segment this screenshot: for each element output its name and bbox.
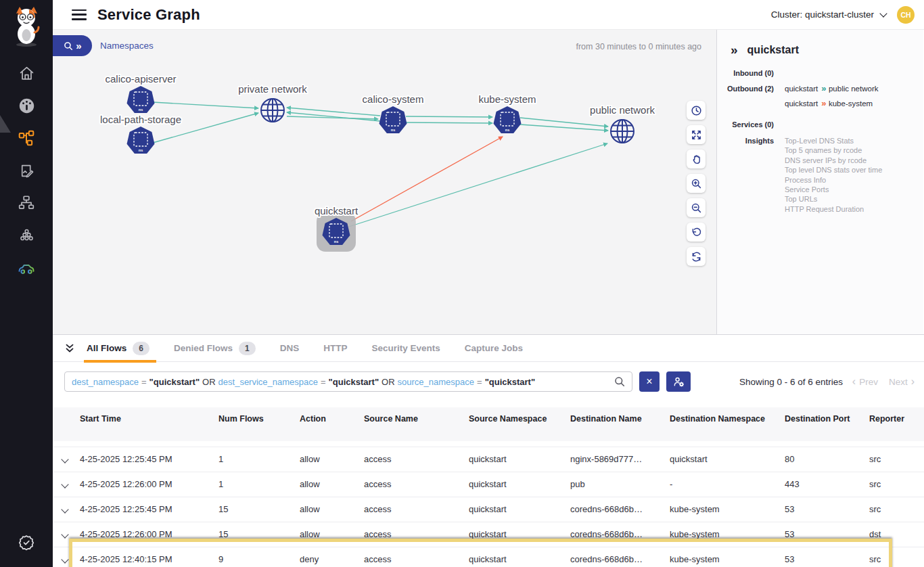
column-header[interactable]: Start Time — [74, 407, 213, 441]
sidebar-item-vehicle[interactable] — [0, 252, 53, 284]
flows-panel: All Flows6Denied Flows1DNSHTTPSecurity E… — [53, 334, 924, 567]
expand-row-chevron-icon[interactable] — [61, 555, 68, 563]
details-section-content — [774, 68, 785, 77]
column-header[interactable]: Num Flows — [213, 407, 294, 441]
outbound-flow-item[interactable]: quickstart»public network — [785, 84, 878, 93]
graph-node-local-path-storage[interactable]: nslocal-path-storage — [100, 114, 181, 154]
flow-cell: 4-25-2025 12:26:00 PM — [74, 472, 213, 497]
column-header[interactable]: Destination Port — [779, 407, 864, 441]
expand-row-chevron-icon[interactable] — [61, 455, 68, 463]
svg-text:ns: ns — [505, 128, 509, 132]
tab-http[interactable]: HTTP — [323, 335, 347, 362]
clear-filter-button[interactable]: × — [639, 371, 660, 392]
graph-edge-allow[interactable] — [349, 143, 607, 227]
filter-token-op: = — [141, 377, 147, 387]
insight-link[interactable]: Service Ports — [785, 185, 882, 194]
chevron-down-icon — [879, 9, 887, 17]
column-header[interactable]: Action — [294, 407, 359, 441]
column-header[interactable]: Source Namespace — [463, 407, 565, 441]
graph-node-label: calico-apiserver — [105, 73, 176, 85]
avatar[interactable]: CH — [897, 6, 915, 24]
collapse-panel-icon[interactable]: » — [731, 43, 737, 56]
flow-cell: quickstart — [463, 472, 565, 497]
time-range-button[interactable] — [687, 101, 706, 120]
zoom-out-button[interactable] — [687, 198, 706, 217]
fit-screen-button[interactable] — [687, 125, 706, 144]
undo-button[interactable] — [687, 223, 706, 242]
tab-label: Security Events — [371, 343, 440, 353]
details-title: quickstart — [747, 44, 799, 56]
insight-link[interactable]: DNS server IPs by rcode — [785, 156, 882, 165]
column-header[interactable]: Destination Name — [565, 407, 664, 441]
graph-node-public-network[interactable]: public network — [590, 104, 655, 143]
sidebar-item-home[interactable] — [0, 57, 53, 89]
flow-row[interactable]: 4-25-2025 12:26:00 PM1allowaccessquickst… — [53, 472, 924, 497]
search-icon[interactable] — [614, 376, 625, 387]
flow-source: quickstart — [785, 85, 818, 93]
graph-node-label: public network — [590, 104, 655, 116]
sidebar-item-network-topology[interactable] — [0, 187, 53, 219]
flow-cell: 53 — [779, 547, 864, 567]
service-graph-canvas[interactable]: nscalico-apiservernslocal-path-storagepr… — [53, 30, 717, 334]
insight-link[interactable]: Top URLs — [785, 194, 882, 204]
tab-denied-flows[interactable]: Denied Flows1 — [174, 335, 256, 362]
menu-toggle-button[interactable] — [72, 9, 87, 20]
graph-edge-allow[interactable] — [287, 108, 380, 116]
collapse-flows-icon[interactable] — [64, 342, 76, 355]
flow-cell: access — [359, 522, 463, 547]
flow-cell: 4-25-2025 12:25:45 PM — [74, 497, 213, 522]
flows-tabs-row: All Flows6Denied Flows1DNSHTTPSecurity E… — [53, 335, 924, 362]
insight-link[interactable]: Top-Level DNS Stats — [785, 136, 882, 145]
details-section-label: Services (0) — [726, 120, 774, 129]
calico-cat-logo[interactable] — [10, 5, 43, 47]
column-settings-button[interactable] — [666, 371, 691, 392]
column-header[interactable]: Source Name — [359, 407, 463, 441]
tab-capture-jobs[interactable]: Capture Jobs — [465, 335, 523, 362]
expand-row-chevron-icon[interactable] — [61, 505, 68, 513]
sidebar-nav — [0, 57, 53, 284]
tab-dns[interactable]: DNS — [280, 335, 300, 362]
graph-node-quickstart[interactable]: nsquickstart — [315, 205, 359, 252]
flow-cell: 53 — [779, 522, 864, 547]
zoom-in-button[interactable] — [687, 174, 706, 193]
prev-page-button[interactable]: ‹Prev — [852, 376, 878, 387]
graph-node-kube-system[interactable]: nskube-system — [478, 93, 536, 133]
sidebar-item-cluster[interactable] — [0, 219, 53, 252]
graph-edge-allow[interactable] — [153, 102, 258, 108]
column-header[interactable]: Destination Namespace — [664, 407, 779, 441]
tab-label: Denied Flows — [174, 343, 233, 353]
flow-destination: public network — [829, 85, 879, 93]
outbound-flow-item[interactable]: quickstart»kube-system — [785, 99, 878, 108]
sidebar-item-logs[interactable] — [0, 154, 53, 187]
expand-row-chevron-icon[interactable] — [61, 480, 68, 488]
insight-link[interactable]: HTTP Request Duration — [785, 204, 882, 214]
graph-node-calico-system[interactable]: nscalico-system — [363, 93, 424, 133]
tab-security-events[interactable]: Security Events — [371, 335, 440, 362]
graph-edge-deny[interactable] — [351, 137, 503, 221]
graph-node-calico-apiserver[interactable]: nscalico-apiserver — [105, 73, 176, 113]
graph-edge-allow[interactable] — [406, 116, 492, 117]
pan-hand-button[interactable] — [687, 150, 706, 168]
graph-node-label: private network — [238, 83, 307, 95]
breadcrumb[interactable]: Namespaces — [100, 41, 154, 51]
filter-token-field: dest_namespace — [72, 377, 139, 387]
flow-row[interactable]: 4-25-2025 12:25:45 PM1allowaccessquickst… — [53, 447, 924, 472]
expand-row-chevron-icon[interactable] — [61, 530, 68, 538]
refresh-button[interactable] — [687, 247, 706, 266]
filter-query-input[interactable]: dest_namespace="quickstart"ORdest_servic… — [64, 371, 632, 392]
details-section-inbound: Inbound (0) — [726, 68, 914, 77]
flow-row[interactable]: 4-25-2025 12:26:00 PM15allowaccessquicks… — [53, 522, 924, 547]
flow-cell: pub — [565, 472, 664, 497]
flow-row[interactable]: 4-25-2025 12:25:45 PM15allowaccessquicks… — [53, 497, 924, 522]
insight-link[interactable]: Process Info — [785, 175, 882, 185]
flow-row-highlighted[interactable]: 4-25-2025 12:40:15 PM9denyaccessquicksta… — [53, 547, 924, 567]
tab-all-flows[interactable]: All Flows6 — [87, 335, 149, 362]
next-page-button[interactable]: Next› — [889, 376, 915, 387]
insight-link[interactable]: Top 5 qnames by rcode — [785, 145, 882, 155]
column-header[interactable]: Reporter — [864, 407, 924, 441]
insight-link[interactable]: Top level DNS stats over time — [785, 165, 882, 175]
cluster-selector[interactable]: Cluster: quickstart-cluster — [771, 9, 886, 20]
graph-search-button[interactable]: » — [53, 35, 92, 56]
sidebar-item-verified[interactable] — [0, 526, 53, 559]
graph-edge-allow[interactable] — [406, 122, 492, 123]
